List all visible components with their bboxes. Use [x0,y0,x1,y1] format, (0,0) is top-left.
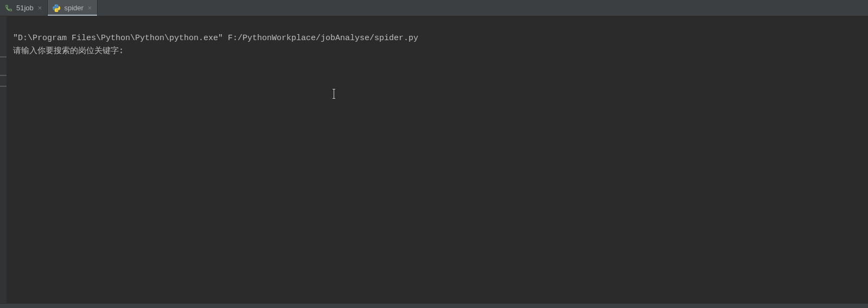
gutter-mark [0,75,7,76]
tab-label: 51job [16,4,34,12]
console-line: "D:\Program Files\Python\Python\python.e… [13,34,418,43]
close-icon[interactable]: × [38,4,42,11]
close-icon[interactable]: × [88,4,92,11]
gutter-mark [0,86,7,87]
tab-51job[interactable]: 51job × [0,0,48,16]
svg-point-1 [58,10,58,11]
console-output[interactable]: "D:\Program Files\Python\Python\python.e… [7,16,868,303]
text-cursor-icon [334,89,334,99]
console-prompt: 请输入你要搜索的岗位关键字: [13,46,124,55]
console-tab-bar: 51job × spider × [0,0,868,16]
tab-spider[interactable]: spider × [48,0,98,16]
gutter-mark [0,56,7,57]
console-area: "D:\Program Files\Python\Python\python.e… [0,16,868,303]
python-icon [52,4,61,12]
console-gutter[interactable] [0,16,7,303]
svg-point-0 [55,5,56,5]
tab-label: spider [64,4,83,12]
ide-run-window: 51job × spider × "D:\Program Files\Pytho… [0,0,868,308]
phone-icon [4,4,13,12]
status-bar [0,303,868,308]
